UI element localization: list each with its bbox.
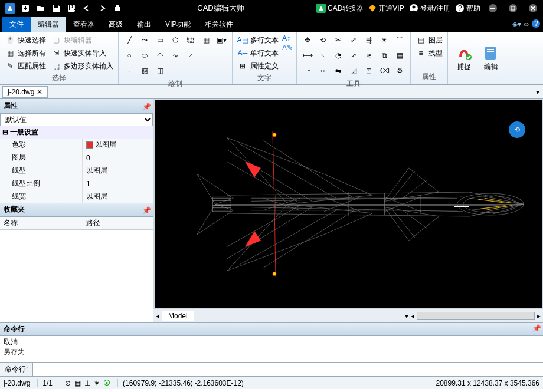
- rotate-icon[interactable]: ⟲: [316, 33, 330, 47]
- spline-tool-icon[interactable]: ∿: [168, 48, 182, 62]
- prop-row-linetype[interactable]: 线型以图层: [0, 164, 153, 177]
- array-tool-icon[interactable]: ▦: [199, 33, 213, 47]
- match-props-button[interactable]: ✎匹配属性: [4, 60, 47, 72]
- prop-row-color[interactable]: 色彩以图层: [0, 139, 153, 151]
- tab-editor[interactable]: 编辑器: [31, 17, 66, 32]
- model-tab-prev-icon[interactable]: ◂: [156, 312, 159, 320]
- text-style-icon[interactable]: A↕: [282, 34, 293, 42]
- stext-button[interactable]: A─单行文本: [236, 47, 280, 59]
- rect-tool-icon[interactable]: ▭: [153, 33, 167, 47]
- offset-icon[interactable]: ⇶: [362, 33, 376, 47]
- chamfer-icon[interactable]: ◿: [346, 64, 361, 78]
- polar-toggle-icon[interactable]: ✶: [94, 379, 100, 387]
- align-icon[interactable]: ▤: [392, 48, 407, 62]
- dim-radius-icon[interactable]: ◔: [331, 48, 345, 62]
- hscroll-left-icon[interactable]: ◂: [411, 312, 414, 320]
- polyline-tool-icon[interactable]: ⤳: [138, 33, 152, 47]
- prop-row-layer[interactable]: 图层0: [0, 151, 153, 164]
- undo-icon[interactable]: [80, 2, 93, 15]
- tab-file[interactable]: 文件: [2, 17, 31, 32]
- trim-icon[interactable]: ✂: [331, 33, 345, 47]
- vip-link[interactable]: 开通VIP: [368, 4, 404, 14]
- minimize-icon[interactable]: [486, 2, 499, 15]
- polygon-input-button[interactable]: ⬚多边形实体输入: [50, 60, 115, 72]
- model-tab[interactable]: Model: [162, 311, 194, 321]
- quick-import-button[interactable]: ⇲快速实体导入: [50, 47, 115, 59]
- prop-row-ltscale[interactable]: 线型比例1: [0, 177, 153, 190]
- favorites-list[interactable]: [0, 230, 153, 322]
- mirror-icon[interactable]: ⇋: [331, 64, 345, 78]
- measure-tool-icon[interactable]: ⟋: [184, 48, 198, 62]
- hatch-tool-icon[interactable]: ▨: [138, 64, 152, 78]
- arc-tool-icon[interactable]: ◠: [153, 48, 167, 62]
- ribbon-overflow-icon[interactable]: ◈▾: [512, 20, 521, 28]
- dim-aligned-icon[interactable]: ⟍: [316, 48, 330, 62]
- file-tab[interactable]: j-20.dwg✕: [2, 86, 48, 98]
- text-edit-icon[interactable]: A✎: [282, 44, 293, 52]
- tab-output[interactable]: 输出: [130, 17, 158, 32]
- osnap-toggle-icon[interactable]: ⦿: [103, 379, 110, 387]
- edit-button[interactable]: 编辑: [479, 33, 503, 83]
- tab-related[interactable]: 相关软件: [198, 17, 240, 32]
- cad-converter-link[interactable]: CAD转换器: [316, 4, 364, 14]
- open-icon[interactable]: [34, 2, 47, 15]
- copy-tool-icon[interactable]: ⿻: [184, 33, 198, 47]
- stretch-icon[interactable]: ↔: [316, 64, 330, 78]
- app-icon[interactable]: [4, 2, 17, 15]
- model-tab-dropdown-icon[interactable]: ▾: [405, 312, 408, 320]
- snap-button[interactable]: 捕捉: [452, 33, 476, 83]
- properties-filter-combo[interactable]: 默认值: [0, 113, 153, 126]
- tab-viewer[interactable]: 查看器: [66, 17, 102, 32]
- purge-icon[interactable]: ⌫: [377, 64, 391, 78]
- block-tool-icon[interactable]: ▣▾: [214, 33, 228, 47]
- ellipse-tool-icon[interactable]: ⬭: [138, 48, 152, 62]
- horizontal-scrollbar[interactable]: [417, 312, 535, 320]
- tab-advanced[interactable]: 高级: [102, 17, 130, 32]
- prop-row-lineweight[interactable]: 线宽以图层: [0, 190, 153, 203]
- linetype-button[interactable]: ≡线型: [414, 47, 444, 59]
- layer-button[interactable]: ▤图层: [414, 34, 444, 46]
- point-tool-icon[interactable]: ·: [122, 64, 136, 78]
- drawing-canvas[interactable]: ⟲: [155, 100, 542, 308]
- command-input[interactable]: [33, 363, 543, 376]
- dim-linear-icon[interactable]: ⟼: [300, 48, 315, 62]
- explode-icon[interactable]: ✴: [377, 33, 391, 47]
- pdf-icon[interactable]: PDF: [65, 2, 78, 15]
- close-tab-icon[interactable]: ✕: [37, 88, 42, 96]
- join-icon[interactable]: ⧉: [377, 48, 391, 62]
- login-link[interactable]: 登录/注册: [409, 4, 450, 14]
- snap-toggle-icon[interactable]: ⊙: [65, 379, 71, 387]
- pin-icon[interactable]: 📌: [532, 324, 539, 331]
- fillet-icon[interactable]: ⌒: [392, 33, 407, 47]
- polygon-tool-icon[interactable]: ⬠: [168, 33, 182, 47]
- save-icon[interactable]: [50, 2, 63, 15]
- help-link[interactable]: ?帮助: [455, 4, 480, 14]
- prop-group-general[interactable]: ⊟ 一般设置: [0, 126, 153, 139]
- print-icon[interactable]: [111, 2, 124, 15]
- hscroll-right-icon[interactable]: ▸: [537, 312, 541, 320]
- tab-vip[interactable]: VIP功能: [158, 17, 198, 32]
- attdef-button[interactable]: ⊞属性定义: [236, 60, 280, 72]
- grid-toggle-icon[interactable]: ▦: [74, 379, 81, 387]
- ribbon-collapse-icon[interactable]: ∞: [524, 20, 529, 28]
- redo-icon[interactable]: [96, 2, 109, 15]
- pin-icon[interactable]: 📌: [142, 206, 149, 213]
- ortho-toggle-icon[interactable]: ⊥: [84, 379, 90, 387]
- extend-icon[interactable]: ─╴: [300, 64, 315, 78]
- view-cube-icon[interactable]: ⟲: [509, 121, 525, 138]
- command-log-body[interactable]: 取消 另存为: [0, 336, 543, 362]
- break-icon[interactable]: ≋: [362, 48, 376, 62]
- line-tool-icon[interactable]: ╱: [122, 33, 136, 47]
- new-icon[interactable]: [19, 2, 32, 15]
- scale-icon[interactable]: ⤢: [346, 33, 361, 47]
- tabbar-dropdown-icon[interactable]: ▾: [536, 88, 543, 96]
- maximize-icon[interactable]: [506, 2, 519, 15]
- mtext-button[interactable]: A▤多行文本: [236, 34, 280, 46]
- move-icon[interactable]: ✥: [300, 33, 315, 47]
- group-icon[interactable]: ⊡: [362, 64, 376, 78]
- ribbon-help-icon[interactable]: ?: [531, 19, 541, 30]
- close-icon[interactable]: [526, 2, 539, 15]
- pin-icon[interactable]: 📌: [142, 103, 149, 110]
- quick-select-button[interactable]: 🖱️快速选择: [4, 34, 47, 46]
- circle-tool-icon[interactable]: ○: [122, 48, 136, 62]
